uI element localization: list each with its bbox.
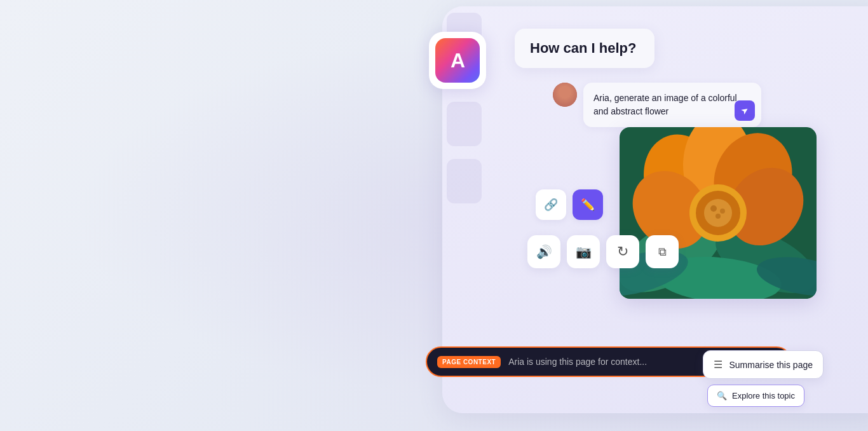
edit-button[interactable]: ✏️ (573, 189, 603, 220)
tool-icons-row: 🔗 ✏️ (536, 189, 603, 220)
aria-logo: A (435, 38, 480, 83)
send-button[interactable]: ➤ (735, 100, 755, 121)
page-context-badge: PAGE CONTEXT (437, 356, 501, 368)
svg-point-18 (715, 214, 721, 219)
copy-button[interactable]: ⧉ (646, 235, 679, 268)
speaker-icon: 🔊 (536, 244, 552, 259)
explore-label: Explore this topic (732, 391, 795, 400)
summarise-label: Summarise this page (729, 360, 813, 370)
avatar-face (553, 83, 577, 107)
greeting-bubble: How can I help? (515, 29, 654, 68)
explore-icon: 🔍 (717, 391, 727, 400)
user-message-bubble: Aria, generate an image of a colorful an… (583, 83, 761, 127)
greeting-text: How can I help? (530, 40, 636, 56)
user-message-row: Aria, generate an image of a colorful an… (553, 83, 761, 127)
page-context-message: Aria is using this page for context... (508, 357, 647, 367)
refresh-icon: ↻ (617, 243, 628, 260)
svg-point-16 (710, 205, 717, 212)
copy-icon: ⧉ (658, 245, 667, 259)
generated-flower-image (620, 127, 817, 299)
edit-icon: ✏️ (581, 198, 595, 212)
attach-icon: 🔗 (544, 198, 558, 212)
camera-icon: 📷 (576, 244, 592, 259)
refresh-button[interactable]: ↻ (606, 235, 639, 268)
ui-container: A How can I help? Aria, generate an imag… (0, 0, 868, 431)
summarise-button[interactable]: ☰ Summarise this page (703, 350, 824, 379)
user-message-text: Aria, generate an image of a colorful an… (593, 93, 737, 116)
explore-button[interactable]: 🔍 Explore this topic (707, 385, 804, 407)
send-icon: ➤ (738, 104, 750, 116)
speaker-button[interactable]: 🔊 (527, 235, 560, 268)
svg-point-17 (720, 209, 725, 214)
camera-button[interactable]: 📷 (567, 235, 600, 268)
attach-button[interactable]: 🔗 (536, 189, 566, 220)
action-icons-row: 🔊 📷 ↻ ⧉ (527, 235, 679, 268)
summarise-icon: ☰ (714, 359, 722, 371)
svg-point-15 (704, 199, 732, 227)
user-avatar (553, 83, 577, 107)
aria-app-icon[interactable]: A (429, 32, 486, 89)
flower-svg (620, 127, 817, 299)
